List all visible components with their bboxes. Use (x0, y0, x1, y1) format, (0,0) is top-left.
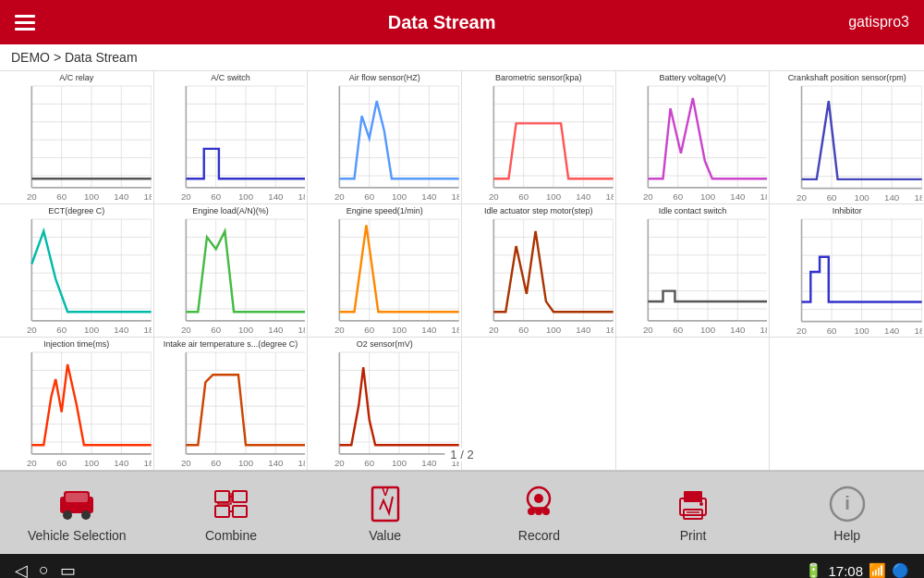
svg-text:60: 60 (673, 191, 683, 202)
svg-text:20: 20 (334, 325, 345, 335)
chart-title: A/C switch (156, 73, 306, 83)
toolbar-item-label: Print (680, 528, 707, 543)
svg-point-287 (542, 508, 550, 515)
svg-text:20: 20 (27, 458, 37, 468)
chart-title: Engine speed(1/min) (310, 206, 459, 216)
toolbar-item-value[interactable]: VValue (308, 484, 462, 543)
chart-cell: Engine load(A/N)(%)2060100140180 (154, 204, 309, 338)
nav-back-icon[interactable]: ◁ (15, 560, 28, 578)
svg-text:180: 180 (298, 458, 305, 468)
chart-cell: Engine speed(1/min)2060100140180 (308, 204, 462, 338)
car-icon (56, 484, 97, 524)
toolbar-item-label: Combine (205, 528, 257, 543)
svg-text:180: 180 (144, 458, 152, 468)
chart-cell: Intake air temperature s...(degree C)206… (154, 338, 309, 471)
chart-title: A/C relay (2, 73, 152, 83)
svg-rect-275 (215, 491, 229, 502)
chart-title: Battery voltage(V) (618, 73, 768, 83)
chart-svg: 2060100140180 (618, 84, 768, 207)
chart-svg: 2060100140180 (772, 84, 922, 208)
chart-title: Idle contact switch (618, 206, 768, 216)
toolbar-item-help[interactable]: iHelp (770, 484, 924, 543)
wifi-icon: 📶 (869, 562, 886, 578)
svg-text:140: 140 (576, 325, 591, 335)
svg-point-284 (534, 494, 543, 503)
chart-cell: Air flow sensor(HZ)2060100140180 (308, 71, 462, 204)
svg-text:180: 180 (915, 325, 922, 335)
svg-text:20: 20 (489, 191, 499, 202)
svg-text:140: 140 (576, 191, 591, 202)
chart-svg: 2060100140180 (618, 217, 768, 340)
svg-text:i: i (845, 493, 850, 513)
svg-text:60: 60 (365, 191, 375, 202)
header: Data Stream gatispro3 (0, 0, 924, 44)
chart-svg: 2060100140180 (2, 217, 152, 340)
toolbar-item-print[interactable]: Print (616, 484, 771, 543)
svg-text:20: 20 (334, 191, 345, 202)
svg-rect-276 (233, 491, 247, 502)
nav-home-icon[interactable]: ○ (39, 560, 49, 578)
chart-svg: 2060100140180 (156, 217, 306, 340)
battery-icon: 🔋 (805, 562, 822, 578)
svg-rect-277 (215, 506, 229, 517)
svg-text:20: 20 (181, 458, 191, 468)
svg-text:140: 140 (730, 325, 746, 335)
nav-recent-icon[interactable]: ▭ (60, 560, 76, 578)
page-indicator: 1 / 2 (444, 448, 479, 461)
svg-text:60: 60 (365, 458, 375, 468)
svg-text:60: 60 (518, 325, 529, 335)
chart-title: ECT(degree C) (2, 206, 152, 216)
svg-point-273 (81, 510, 91, 520)
svg-text:100: 100 (238, 325, 254, 335)
svg-text:100: 100 (392, 191, 407, 202)
help-icon: i (827, 484, 868, 524)
toolbar: Vehicle Selection Combine VValue Record … (0, 471, 924, 554)
toolbar-item-label: Record (518, 528, 560, 543)
svg-text:180: 180 (915, 191, 922, 202)
svg-text:100: 100 (392, 458, 407, 468)
svg-text:140: 140 (422, 325, 438, 335)
statusbar-right: 🔋 17:08 📶 🔵 (805, 562, 909, 578)
chart-svg: 2060100140180 (2, 84, 152, 207)
svg-rect-274 (66, 493, 88, 502)
chart-title (772, 339, 922, 358)
svg-text:140: 140 (114, 458, 129, 468)
svg-text:100: 100 (84, 325, 100, 335)
svg-text:100: 100 (546, 191, 562, 202)
svg-text:60: 60 (827, 325, 837, 335)
svg-text:60: 60 (56, 458, 67, 468)
menu-icon[interactable] (15, 15, 35, 31)
svg-text:180: 180 (606, 325, 614, 335)
chart-cell (770, 338, 924, 471)
svg-text:180: 180 (760, 191, 767, 202)
chart-title: Barometric sensor(kpa) (464, 73, 614, 83)
chart-svg: 2060100140180 (772, 217, 922, 341)
breadcrumb: DEMO > Data Stream (0, 44, 924, 71)
charts-area: A/C relay2060100140180A/C switch20601001… (0, 71, 924, 471)
toolbar-item-combine[interactable]: Combine (154, 484, 309, 543)
chart-title: O2 sensor(mV) (310, 339, 459, 350)
svg-text:60: 60 (518, 191, 529, 202)
svg-text:60: 60 (827, 191, 837, 202)
chart-title: Intake air temperature s...(degree C) (156, 339, 306, 350)
svg-text:100: 100 (855, 325, 870, 335)
svg-text:60: 60 (211, 325, 221, 335)
chart-title: Air flow sensor(HZ) (310, 73, 459, 83)
toolbar-item-vehicle-selection[interactable]: Vehicle Selection (0, 484, 154, 543)
chart-svg: 2060100140180 (310, 84, 459, 207)
svg-text:20: 20 (334, 458, 345, 468)
toolbar-item-label: Value (369, 528, 401, 543)
svg-text:20: 20 (181, 325, 191, 335)
svg-text:180: 180 (144, 191, 152, 202)
chart-cell: Battery voltage(V)2060100140180 (616, 71, 771, 204)
svg-text:20: 20 (27, 191, 37, 202)
svg-text:60: 60 (365, 325, 375, 335)
svg-text:100: 100 (700, 325, 716, 335)
svg-text:180: 180 (144, 325, 152, 335)
toolbar-item-label: Vehicle Selection (28, 528, 127, 543)
toolbar-item-record[interactable]: Record (462, 484, 616, 543)
svg-text:180: 180 (606, 191, 614, 202)
svg-text:60: 60 (673, 325, 683, 335)
svg-text:100: 100 (238, 191, 254, 202)
svg-text:180: 180 (760, 325, 767, 335)
